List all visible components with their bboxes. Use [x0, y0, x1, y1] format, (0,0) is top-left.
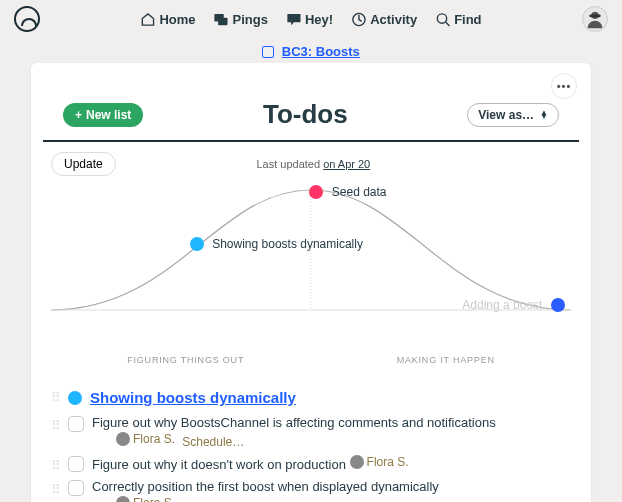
- find-icon: [435, 12, 450, 27]
- assignee-avatar: [350, 455, 364, 469]
- breadcrumb: BC3: Boosts: [0, 38, 622, 63]
- nav-find[interactable]: Find: [435, 12, 481, 27]
- hill-dot-label: Seed data: [332, 185, 387, 199]
- hill-left-label: FIGURING THINGS OUT: [127, 355, 244, 365]
- activity-icon: [351, 12, 366, 27]
- svg-rect-5: [590, 14, 601, 17]
- page-title: To-dos: [263, 99, 348, 130]
- update-button[interactable]: Update: [51, 152, 116, 176]
- plus-icon: +: [75, 108, 82, 122]
- todo-text[interactable]: Figure out why BoostsChannel is affectin…: [92, 415, 496, 430]
- drag-handle[interactable]: ⠿: [51, 418, 60, 433]
- hill-chart[interactable]: Seed dataShowing boosts dynamicallyAddin…: [51, 180, 571, 355]
- hill-dot[interactable]: [551, 298, 565, 312]
- home-icon: [140, 12, 155, 27]
- todo-text[interactable]: Correctly position the first boost when …: [92, 479, 439, 494]
- nav-activity[interactable]: Activity: [351, 12, 417, 27]
- card-menu-button[interactable]: •••: [551, 73, 577, 99]
- todo-checkbox[interactable]: [68, 416, 84, 432]
- todo-checkbox[interactable]: [68, 456, 84, 472]
- nav-home[interactable]: Home: [140, 12, 195, 27]
- nav-home-label: Home: [159, 12, 195, 27]
- svg-point-3: [437, 13, 446, 22]
- view-as-label: View as…: [478, 108, 534, 122]
- list-title[interactable]: Showing boosts dynamically: [90, 389, 296, 406]
- new-list-button[interactable]: + New list: [63, 103, 143, 127]
- assignee-avatar: [116, 432, 130, 446]
- schedule-link[interactable]: Schedule…: [182, 435, 244, 449]
- user-avatar[interactable]: [582, 6, 608, 32]
- breadcrumb-link[interactable]: BC3: Boosts: [282, 44, 360, 59]
- nav-activity-label: Activity: [370, 12, 417, 27]
- assignee[interactable]: Flora S.: [116, 432, 175, 446]
- main-card: ••• + New list To-dos View as… ▲▼ Update…: [31, 63, 591, 502]
- todo-item: ⠿Figure out why it doesn't work on produ…: [51, 452, 571, 476]
- hill-dot[interactable]: [190, 237, 204, 251]
- nav-hey-label: Hey!: [305, 12, 333, 27]
- sort-icon: ▲▼: [540, 111, 548, 119]
- nav-find-label: Find: [454, 12, 481, 27]
- todo-checkbox[interactable]: [68, 480, 84, 496]
- list-color-dot: [68, 391, 82, 405]
- top-nav: Home Pings Hey! Activity Find: [0, 0, 622, 38]
- drag-handle[interactable]: ⠿: [51, 458, 60, 473]
- nav-pings[interactable]: Pings: [214, 12, 268, 27]
- todo-item: ⠿Figure out why BoostsChannel is affecti…: [51, 412, 571, 452]
- hill-dot-label: Showing boosts dynamically: [212, 237, 363, 251]
- svg-rect-1: [218, 17, 227, 25]
- app-logo[interactable]: [14, 6, 40, 32]
- project-icon: [262, 46, 274, 58]
- nav-pings-label: Pings: [233, 12, 268, 27]
- todo-list: ⠿Showing boosts dynamically⠿Figure out w…: [31, 373, 591, 502]
- hey-icon: [286, 12, 301, 27]
- todo-item: ⠿Correctly position the first boost when…: [51, 476, 571, 502]
- hill-right-label: MAKING IT HAPPEN: [397, 355, 495, 365]
- hill-dot[interactable]: [309, 185, 323, 199]
- hill-dot-label: Adding a boost: [462, 298, 542, 312]
- todo-text[interactable]: Figure out why it doesn't work on produc…: [92, 457, 346, 472]
- drag-handle[interactable]: ⠿: [51, 390, 60, 405]
- assignee[interactable]: Flora S.: [116, 496, 175, 502]
- last-updated: Last updated on Apr 20: [256, 158, 370, 170]
- assignee[interactable]: Flora S.: [350, 455, 409, 469]
- new-list-label: New list: [86, 108, 131, 122]
- last-updated-date[interactable]: on Apr 20: [323, 158, 370, 170]
- pings-icon: [214, 12, 229, 27]
- drag-handle[interactable]: ⠿: [51, 482, 60, 497]
- nav-hey[interactable]: Hey!: [286, 12, 333, 27]
- view-as-button[interactable]: View as… ▲▼: [467, 103, 559, 127]
- assignee-avatar: [116, 496, 130, 502]
